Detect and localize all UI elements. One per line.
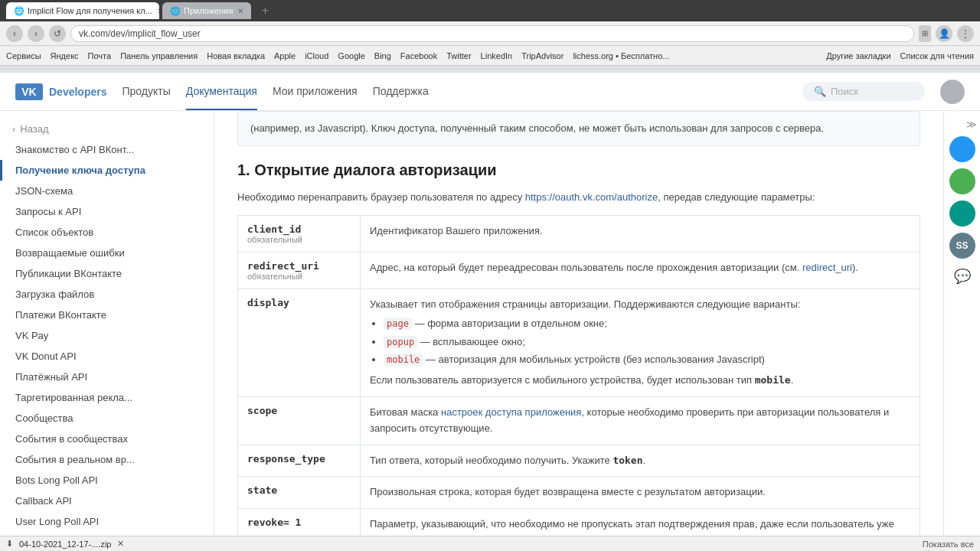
sidebar-item-10[interactable]: VK Donut API [0, 346, 214, 367]
vk-logo-icon: VK [15, 83, 43, 100]
scope-link[interactable]: настроек доступа приложения [441, 406, 581, 418]
title-bar: 🌐 Implicit Flow для получения кл... ✕ 🌐 … [0, 0, 980, 21]
nav-support[interactable]: Поддержка [373, 73, 429, 110]
bookmark-apple[interactable]: Apple [274, 51, 296, 60]
avatar-3[interactable] [949, 201, 975, 227]
back-button[interactable]: ‹ [6, 25, 23, 42]
param-name: revoke= 1 [247, 517, 351, 528]
sidebar-item-9[interactable]: VK Pay [0, 325, 214, 346]
sidebar-back-button[interactable]: ‹ Назад [0, 119, 214, 139]
vk-logo[interactable]: VK Developers [15, 83, 106, 100]
bottom-bar: ⬇ 04-10-2021_12-17-....zip ✕ Показать вс… [0, 536, 980, 551]
nav-bar: ‹ › ↺ vk.com/dev/implicit_flow_user ⊞ 👤 … [0, 21, 980, 46]
avatar-1[interactable] [949, 136, 975, 162]
bookmark-other[interactable]: Другие закладки [826, 51, 890, 60]
sidebar-item-callback[interactable]: Callback API [0, 491, 214, 511]
forward-button[interactable]: › [28, 25, 44, 42]
bookmark-linkedin[interactable]: LinkedIn [481, 51, 513, 60]
sidebar-item-5[interactable]: Возвращаемые ошибки [0, 243, 214, 263]
sidebar-item-user-poll[interactable]: User Long Poll API [0, 511, 214, 532]
sidebar-item-streaming[interactable]: Streaming API [0, 532, 214, 536]
mobile-bold: mobile [755, 374, 791, 386]
bookmark-google[interactable]: Google [338, 51, 364, 60]
sidebar-item-13[interactable]: Сообщества [0, 408, 214, 429]
right-panel: ≫ SS 💬 [943, 111, 980, 536]
bookmark-facebook[interactable]: Facebook [400, 51, 437, 60]
section-notice: (например, из Javascript). Ключ доступа,… [237, 111, 920, 146]
table-row: client_id обязательный Идентификатор Ваш… [238, 216, 920, 253]
browser-chrome: 🌐 Implicit Flow для получения кл... ✕ 🌐 … [0, 0, 980, 73]
sidebar-item-14[interactable]: События в сообществах [0, 429, 214, 449]
tab2-close[interactable]: ✕ [237, 7, 243, 15]
sidebar-item-1[interactable]: Получение ключа доступа [0, 160, 214, 181]
vk-header: VK Developers Продукты Документация Мои … [0, 73, 980, 111]
sidebar-item-8[interactable]: Платежи ВКонтакте [0, 305, 214, 325]
oauth-link[interactable]: https://oauth.vk.com/authorize [525, 191, 658, 203]
param-name: scope [247, 405, 351, 416]
param-name: client_id [247, 223, 351, 235]
sidebar-item-0[interactable]: Знакомство с API ВКонт... [0, 139, 214, 160]
show-all-button[interactable]: Показать все [923, 540, 974, 549]
param-desc: Битовая маска настроек доступа приложени… [361, 396, 920, 445]
bookmark-yandex[interactable]: Яндекс [51, 51, 79, 60]
sidebar-item-bots[interactable]: Bots Long Poll API [0, 470, 214, 491]
bookmark-servisy[interactable]: Сервисы [6, 51, 41, 60]
sidebar-item-7[interactable]: Загрузка файлов [0, 284, 214, 305]
download-icon: ⬇ [6, 539, 13, 549]
tab1-close[interactable]: ✕ [157, 7, 159, 15]
download-filename: 04-10-2021_12-17-....zip [19, 540, 111, 549]
table-row: response_type Тип ответа, который необхо… [238, 445, 920, 477]
nav-products[interactable]: Продукты [122, 73, 170, 110]
sidebar-item-15[interactable]: События в реальном вр... [0, 449, 214, 470]
sidebar-item-6[interactable]: Публикации ВКонтакте [0, 263, 214, 284]
avatar-2[interactable] [949, 168, 975, 194]
sidebar-item-11[interactable]: Платёжный API [0, 367, 214, 387]
redirect-uri-link[interactable]: redirect_uri [802, 262, 852, 273]
vk-main-nav: Продукты Документация Мои приложения Под… [122, 73, 787, 110]
sidebar-item-4[interactable]: Список объектов [0, 222, 214, 243]
code-popup: popup [384, 336, 417, 348]
bookmark-pochta[interactable]: Почта [88, 51, 112, 60]
table-row: scope Битовая маска настроек доступа при… [238, 396, 920, 445]
param-desc: Адрес, на который будет переадресован по… [361, 253, 920, 289]
params-table: client_id обязательный Идентификатор Ваш… [237, 215, 920, 536]
main-layout: ‹ Назад Знакомство с API ВКонт... Получе… [0, 111, 980, 536]
param-required: обязательный [247, 272, 351, 281]
bookmark-reading[interactable]: Список для чтения [900, 51, 974, 60]
menu-button[interactable]: ⋮ [957, 25, 974, 42]
param-desc: Параметр, указывающий, что необходимо не… [361, 509, 920, 536]
param-desc: Идентификатор Вашего приложения. [361, 216, 920, 253]
bookmark-lichess[interactable]: lichess.org • Бесплатно... [573, 51, 669, 60]
extensions-button[interactable]: ⊞ [919, 25, 931, 42]
table-row: state Произвольная строка, которая будет… [238, 477, 920, 509]
sidebar-item-3[interactable]: Запросы к API [0, 201, 214, 222]
inactive-tab[interactable]: 🌐 Приложения ✕ [162, 2, 251, 19]
table-row: display Указывает тип отображения страни… [238, 289, 920, 397]
profile-button[interactable]: 👤 [936, 25, 952, 42]
bookmark-icloud[interactable]: iCloud [305, 51, 328, 60]
collapse-panel-button[interactable]: ≫ [966, 119, 977, 130]
vk-logo-dev: Developers [49, 86, 106, 98]
nav-my-apps[interactable]: Мои приложения [273, 73, 358, 110]
bookmark-twitter[interactable]: Twitter [446, 51, 471, 60]
bookmark-bing[interactable]: Bing [374, 51, 391, 60]
refresh-button[interactable]: ↺ [49, 25, 66, 42]
bookmark-newtab[interactable]: Новая вкладка [207, 51, 265, 60]
sidebar-item-12[interactable]: Таргетированная рекла... [0, 387, 214, 408]
active-tab[interactable]: 🌐 Implicit Flow для получения кл... ✕ [6, 2, 159, 19]
download-toast: ⬇ 04-10-2021_12-17-....zip ✕ [6, 539, 124, 549]
avatar-4[interactable]: SS [949, 233, 975, 259]
section1-desc: Необходимо перенаправить браузер пользов… [237, 190, 920, 205]
new-tab-button[interactable]: + [257, 3, 273, 18]
nav-documentation[interactable]: Документация [186, 73, 257, 110]
vk-search-bar[interactable]: 🔍 Поиск [802, 82, 925, 101]
bookmark-panel[interactable]: Панель управления [120, 51, 198, 60]
url-bar[interactable]: vk.com/dev/implicit_flow_user [70, 25, 914, 42]
sidebar: ‹ Назад Знакомство с API ВКонт... Получе… [0, 111, 214, 536]
bookmark-tripadvisor[interactable]: TripAdvisor [521, 51, 564, 60]
chat-icon[interactable]: 💬 [954, 268, 971, 285]
code-page: page [384, 318, 412, 330]
bookmarks-bar: Сервисы Яндекс Почта Панель управления Н… [0, 46, 980, 66]
user-avatar[interactable] [940, 80, 965, 104]
sidebar-item-2[interactable]: JSON-схема [0, 181, 214, 201]
